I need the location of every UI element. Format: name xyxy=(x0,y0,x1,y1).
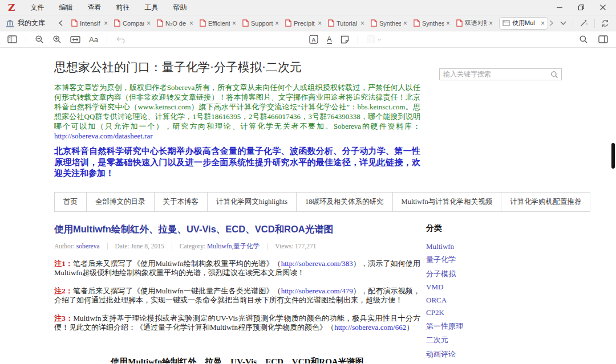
site-search-button[interactable] xyxy=(550,71,558,79)
nav-item-c18[interactable]: 18碳环及相关体系的研究 xyxy=(297,193,393,211)
tab-close-icon[interactable]: × xyxy=(446,20,450,27)
note-3: 注3：Multiwfn支持基于理论模拟或者实验测定的UV-Vis光谱预测化学物质… xyxy=(54,314,420,333)
article: 使用Multiwfn绘制红外、拉曼、UV-Vis、ECD、VCD和ROA光谱图 … xyxy=(54,222,420,364)
text-size-button[interactable]: Aa xyxy=(89,35,98,44)
sync-icon xyxy=(601,19,609,27)
window-restore-button[interactable] xyxy=(577,3,585,11)
tab-close-icon[interactable]: × xyxy=(275,20,279,27)
divider xyxy=(594,19,595,28)
category-sidebar: 分类 Multiwfn 量子化学 分子模拟 VMD ORCA CP2K 第一性原… xyxy=(426,222,562,364)
site-search-input[interactable] xyxy=(440,69,550,80)
window-minimize-button[interactable] xyxy=(556,3,564,11)
document-icon xyxy=(200,19,206,27)
zoom-out-button[interactable] xyxy=(35,35,44,44)
tab-close-icon[interactable]: × xyxy=(318,20,322,27)
highlight-text-button[interactable]: A xyxy=(309,35,318,44)
datasheet-link[interactable]: http://sobereva.com/datasheet.rar xyxy=(54,132,153,140)
category-link-music[interactable]: 音乐推荐 xyxy=(426,363,562,363)
category-link-quantum-chemistry[interactable]: 量子化学 xyxy=(426,255,562,265)
menu-view[interactable]: 查看 xyxy=(80,3,108,13)
copyright-notice: 本博客文章皆为原创，版权归作者Sobereva所有，所有文章从未向任何个人或组织… xyxy=(54,83,420,141)
tab[interactable]: Support × xyxy=(240,17,282,30)
search-icon xyxy=(579,35,588,44)
menu-edit[interactable]: 编辑 xyxy=(51,3,80,13)
tabs-list-button[interactable] xyxy=(560,21,566,25)
note-2-link[interactable]: http://sobereva.com/479 xyxy=(281,287,353,295)
undo-button[interactable] xyxy=(116,36,125,43)
tab[interactable]: Synthes × xyxy=(368,17,410,30)
category-link-2d[interactable]: 二次元 xyxy=(426,335,562,345)
tab-close-icon[interactable]: × xyxy=(489,20,493,27)
nav-item-all-posts[interactable]: 全部博文的目录 xyxy=(87,193,155,211)
document-icon xyxy=(328,19,334,27)
tab[interactable]: Tutorial × xyxy=(325,17,367,30)
tab-close-icon[interactable]: × xyxy=(189,20,193,27)
sync-button[interactable] xyxy=(601,19,609,27)
category-label: Category: xyxy=(180,243,205,250)
tab-close-icon[interactable]: × xyxy=(403,20,407,27)
tab-close-icon[interactable]: × xyxy=(147,20,151,27)
annotation-color-button[interactable] xyxy=(367,35,382,43)
library-tab[interactable]: 我的文库 xyxy=(0,15,53,31)
note-1-text: 笔者后来又撰写了《使用Multiwfn绘制构象权重平均的光谱》（ xyxy=(73,259,281,268)
tab-close-icon[interactable]: × xyxy=(232,20,236,27)
author-link[interactable]: sobereva xyxy=(76,243,100,250)
tabs-scroll-right-button[interactable] xyxy=(549,20,554,26)
tab-bar: 我的文库 Intensif × Compar × N₂O de × xyxy=(0,15,616,31)
note-3-link[interactable]: http://sobereva.com/662 xyxy=(334,323,406,332)
note-1-link[interactable]: http://sobereva.com/383 xyxy=(281,259,353,268)
snapshot-view: 思想家公社的门口：量子化学·分子模拟·二次元 本博客文章皆为原创，版权归作者So… xyxy=(0,48,616,363)
category-link-anime-review[interactable]: 动画评论 xyxy=(426,349,562,359)
views-label: Views: xyxy=(275,243,293,250)
tab-close-icon[interactable]: × xyxy=(104,20,108,27)
tab-active[interactable]: 使用Mul × xyxy=(499,17,548,30)
add-note-button[interactable] xyxy=(341,35,349,44)
scrollbar-thumb[interactable] xyxy=(611,143,615,169)
category-link-vmd[interactable]: VMD xyxy=(426,283,562,292)
nav-item-videos[interactable]: Multiwfn与计算化学相关视频 xyxy=(393,193,502,211)
tab[interactable]: Synthes × xyxy=(411,17,453,30)
window-close-button[interactable] xyxy=(599,3,607,11)
nav-item-highlights[interactable]: 计算化学网文highlights xyxy=(208,193,297,211)
undo-icon xyxy=(116,36,125,43)
tab[interactable]: Precipit × xyxy=(282,17,325,30)
nav-item-hardware[interactable]: 计算化学购机配置推荐 xyxy=(501,193,590,211)
tab-close-icon[interactable]: × xyxy=(360,20,364,27)
meta-date: Date: June 8, 2015 xyxy=(107,243,172,250)
sidebar-toggle-button[interactable] xyxy=(7,35,17,43)
find-in-page-button[interactable] xyxy=(579,35,588,44)
menu-go[interactable]: 前往 xyxy=(108,3,137,13)
menu-help[interactable]: 帮助 xyxy=(165,3,194,13)
annotation-tools-button[interactable] xyxy=(579,19,588,27)
zoom-reset-button[interactable] xyxy=(70,36,80,43)
document-icon xyxy=(456,19,463,27)
tab[interactable]: Intensif × xyxy=(68,17,111,30)
category-link-cp2k[interactable]: CP2K xyxy=(426,308,562,317)
category-link-molecular-simulation[interactable]: 分子模拟 xyxy=(426,269,562,279)
tabs-scroll-left-button[interactable] xyxy=(53,20,68,26)
tab[interactable]: Efficient × xyxy=(197,17,239,30)
nav-item-home[interactable]: 首页 xyxy=(55,193,87,211)
menu-file[interactable]: 文件 xyxy=(23,3,51,13)
category-link-multiwfn[interactable]: Multiwfn xyxy=(426,242,562,251)
underline-text-button[interactable]: A xyxy=(327,35,332,44)
note-2-label: 注2： xyxy=(54,287,73,295)
training-link[interactable]: 此链接 xyxy=(377,158,403,167)
category-link[interactable]: Multiwfn,量子化学 xyxy=(207,243,260,250)
category-link-orca[interactable]: ORCA xyxy=(426,296,562,305)
tab[interactable]: N₂O de × xyxy=(154,17,196,30)
menu-tools[interactable]: 工具 xyxy=(137,3,165,13)
nav-item-about[interactable]: 关于本博客 xyxy=(155,193,208,211)
zoom-in-button[interactable] xyxy=(52,35,62,44)
note-3-label: 注3： xyxy=(54,314,74,322)
document-icon xyxy=(157,19,163,27)
context-pane-toggle-button[interactable] xyxy=(598,35,608,43)
category-link-first-principles[interactable]: 第一性原理 xyxy=(426,321,562,332)
tab[interactable]: 双语对照 × xyxy=(453,17,496,30)
views-value: 177,271 xyxy=(295,243,316,250)
article-title[interactable]: 使用Multiwfn绘制红外、拉曼、UV-Vis、ECD、VCD和ROA光谱图 xyxy=(54,223,420,236)
tab[interactable]: Compar × xyxy=(111,17,153,30)
note-2-text: 笔者后来又撰写了《使用Multiwfn一键批量产生各类光谱图》（ xyxy=(73,287,281,295)
chevron-down-icon xyxy=(377,38,382,41)
tab-close-icon[interactable]: × xyxy=(541,20,545,27)
